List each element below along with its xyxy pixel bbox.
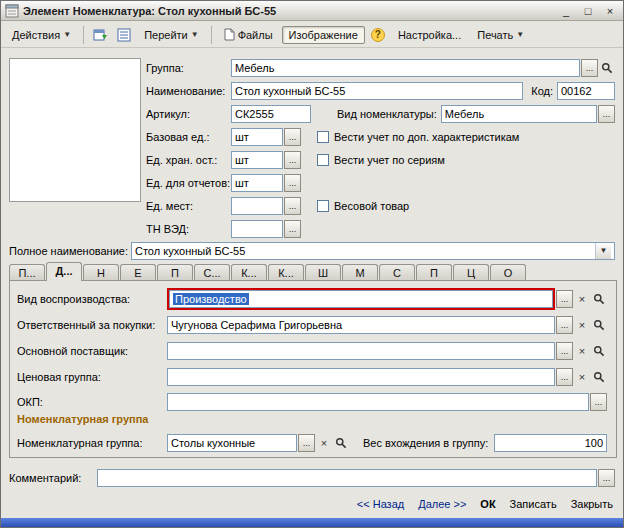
- full-name-input[interactable]: Стол кухонный БС-55 ▼: [131, 242, 615, 260]
- extra-characteristics-checkbox[interactable]: [317, 131, 329, 143]
- image-toggle-button[interactable]: Изображение: [282, 26, 365, 44]
- responsible-open-button[interactable]: [591, 316, 607, 334]
- report-unit-select-button[interactable]: ...: [284, 174, 301, 192]
- okp-input[interactable]: [167, 393, 589, 411]
- go-button[interactable]: Перейти ▼: [137, 26, 206, 44]
- tab-7[interactable]: К...: [268, 264, 304, 281]
- tab-12[interactable]: Ц: [453, 264, 489, 281]
- responsible-select-button[interactable]: ...: [556, 316, 573, 334]
- name-input[interactable]: Стол кухонный БС-55: [231, 82, 523, 100]
- tab-8[interactable]: Ш: [305, 264, 341, 281]
- chevron-down-icon: ▼: [191, 30, 199, 39]
- article-input[interactable]: СК2555: [231, 105, 311, 123]
- reread-icon: [93, 28, 108, 42]
- comment-input[interactable]: [97, 469, 597, 487]
- files-button[interactable]: Файлы: [217, 25, 280, 44]
- weight-goods-checkbox[interactable]: [317, 200, 329, 212]
- nom-group-clear-button[interactable]: ×: [316, 434, 332, 452]
- selected-text: Производство: [173, 293, 249, 305]
- tab-13[interactable]: О: [490, 264, 526, 281]
- tab-0[interactable]: П...: [9, 264, 45, 281]
- reproduction-kind-select-button[interactable]: ...: [556, 290, 573, 308]
- places-unit-input[interactable]: [231, 197, 283, 215]
- article-label: Артикул:: [146, 108, 231, 120]
- tab-6[interactable]: К...: [231, 264, 267, 281]
- ok-button[interactable]: ОК: [480, 498, 495, 510]
- price-group-select-button[interactable]: ...: [556, 368, 573, 386]
- tab-11[interactable]: П: [416, 264, 452, 281]
- nom-group-select-button[interactable]: ...: [298, 434, 315, 452]
- maximize-button[interactable]: □: [579, 3, 597, 18]
- supplier-clear-button[interactable]: ×: [574, 342, 590, 360]
- tab-strip: П... Д... Н Е П С... К... К... Ш М С П Ц…: [9, 262, 527, 281]
- report-unit-label: Ед. для отчетов:: [146, 177, 231, 189]
- tnved-input[interactable]: [231, 220, 283, 238]
- price-group-open-button[interactable]: [591, 368, 607, 386]
- group-select-button[interactable]: ...: [581, 59, 598, 77]
- base-unit-select-button[interactable]: ...: [284, 128, 301, 146]
- reproduction-kind-clear-button[interactable]: ×: [574, 290, 590, 308]
- group-open-button[interactable]: [599, 59, 615, 77]
- structure-button[interactable]: [113, 25, 135, 45]
- tab-5[interactable]: С...: [194, 264, 230, 281]
- item-image-box[interactable]: [9, 58, 141, 202]
- full-name-dropdown-button[interactable]: ▼: [595, 243, 611, 259]
- supplier-select-button[interactable]: ...: [556, 342, 573, 360]
- price-group-input[interactable]: [167, 368, 555, 386]
- clear-icon: ×: [579, 345, 585, 357]
- nom-group-open-button[interactable]: [333, 434, 349, 452]
- weight-in-group-input[interactable]: 100: [494, 434, 607, 452]
- reproduction-kind-input[interactable]: Производство: [169, 290, 553, 308]
- tab-10[interactable]: С: [379, 264, 415, 281]
- places-unit-label: Ед. мест:: [146, 200, 231, 212]
- back-button[interactable]: << Назад: [357, 498, 404, 510]
- reread-button[interactable]: [89, 25, 111, 45]
- nom-group-label: Номенклатурная группа:: [17, 437, 167, 449]
- code-input[interactable]: 00162: [557, 82, 615, 100]
- minimize-button[interactable]: _: [557, 3, 575, 18]
- price-group-clear-button[interactable]: ×: [574, 368, 590, 386]
- tnved-select-button[interactable]: ...: [284, 220, 301, 238]
- group-input[interactable]: Мебель: [231, 59, 580, 77]
- responsible-clear-button[interactable]: ×: [574, 316, 590, 334]
- window-icon: [5, 4, 19, 18]
- tab-9[interactable]: М: [342, 264, 378, 281]
- group-label: Группа:: [146, 62, 231, 74]
- responsible-input[interactable]: Чугунова Серафима Григорьевна: [167, 316, 555, 334]
- storage-unit-select-button[interactable]: ...: [284, 151, 301, 169]
- reproduction-kind-open-button[interactable]: [591, 290, 607, 308]
- close-button[interactable]: ×: [601, 3, 619, 18]
- print-button[interactable]: Печать ▼: [470, 26, 531, 44]
- base-unit-input[interactable]: шт: [231, 128, 283, 146]
- series-checkbox[interactable]: [317, 154, 329, 166]
- places-unit-select-button[interactable]: ...: [284, 197, 301, 215]
- report-unit-input[interactable]: шт: [231, 174, 283, 192]
- tab-2[interactable]: Н: [83, 264, 119, 281]
- write-button[interactable]: Записать: [510, 498, 557, 510]
- tab-4[interactable]: П: [157, 264, 193, 281]
- settings-button[interactable]: Настройка...: [391, 26, 468, 44]
- nomenclature-kind-input[interactable]: Мебель: [441, 105, 597, 123]
- okp-select-button[interactable]: ...: [590, 393, 607, 411]
- magnifier-icon: [593, 319, 605, 331]
- supplier-label: Основной поставщик:: [17, 345, 167, 357]
- comment-select-button[interactable]: ...: [598, 469, 615, 487]
- supplier-input[interactable]: [167, 342, 555, 360]
- close-form-button[interactable]: Закрыть: [571, 498, 613, 510]
- magnifier-icon: [601, 62, 613, 74]
- storage-unit-input[interactable]: шт: [231, 151, 283, 169]
- help-icon: ?: [371, 28, 385, 42]
- help-button[interactable]: ?: [367, 25, 389, 45]
- actions-button[interactable]: Действия ▼: [5, 26, 78, 44]
- nomenclature-kind-select-button[interactable]: ...: [598, 105, 615, 123]
- price-group-label: Ценовая группа:: [17, 371, 167, 383]
- next-button[interactable]: Далее >>: [418, 498, 466, 510]
- nom-group-input[interactable]: Столы кухонные: [167, 434, 297, 452]
- toolbar-separator: [83, 26, 84, 44]
- supplier-open-button[interactable]: [591, 342, 607, 360]
- element-window: Элемент Номенклатура: Стол кухонный БС-5…: [0, 0, 624, 528]
- base-unit-label: Базовая ед.:: [146, 131, 231, 143]
- tab-3[interactable]: Е: [120, 264, 156, 281]
- responsible-label: Ответственный за покупки:: [17, 319, 167, 331]
- tab-1-active[interactable]: Д...: [46, 262, 82, 281]
